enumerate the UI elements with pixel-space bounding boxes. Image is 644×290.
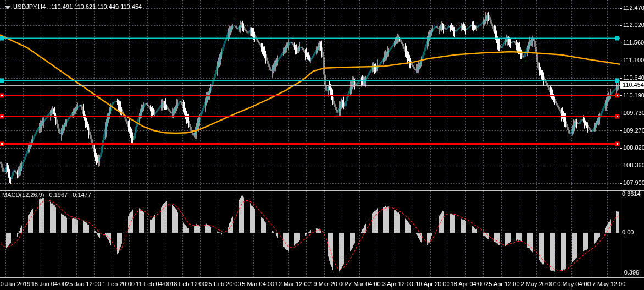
- time-axis-label: 11 Feb 04:00: [136, 281, 171, 287]
- macd-scale-min: -0.396: [622, 270, 639, 276]
- macd-name: MACD(12,26,9): [2, 191, 44, 198]
- macd-scale-max: 0.3614: [622, 191, 641, 197]
- macd-signal-value: 0.1477: [73, 191, 91, 198]
- price-axis-label: 108.820: [623, 145, 644, 151]
- time-axis-label: 17 May 12:00: [589, 281, 626, 287]
- time-axis-label: 3 Apr 12:00: [382, 281, 413, 287]
- time-axis-label: 18 Feb 12:00: [170, 281, 206, 287]
- ohlc-values: 110.491 110.621 110.449 110.454: [51, 3, 142, 10]
- price-axis-label: 111.560: [623, 40, 644, 46]
- chart-title: USDJPY,H4 110.491 110.621 110.449 110.45…: [13, 4, 142, 10]
- trading-chart-window: USDJPY,H4 110.491 110.621 110.449 110.45…: [0, 0, 644, 290]
- price-axis-label: 109.270: [623, 128, 644, 134]
- time-axis-label: 25 Apr 12:00: [485, 281, 519, 287]
- time-axis-label: 18 Jan 04:00: [31, 281, 66, 287]
- symbol-dropdown-icon[interactable]: [4, 6, 11, 9]
- current-price-box: 110.454: [620, 81, 644, 89]
- time-axis-label: 25 Jan 12:00: [66, 281, 101, 287]
- time-axis-label: 12 Mar 12:00: [275, 281, 311, 287]
- macd-indicator-label: MACD(12,26,9) 0.1967 0.1477: [2, 192, 95, 198]
- price-axis-label: 107.900: [623, 180, 644, 186]
- price-axis-label: 112.020: [623, 22, 644, 28]
- macd-main-value: 0.1967: [49, 191, 68, 198]
- time-axis-label: 5 Mar 04:00: [242, 281, 274, 287]
- symbol-period-label: USDJPY,H4: [13, 3, 46, 10]
- chart-canvas[interactable]: [0, 0, 644, 290]
- time-axis-label: 18 Apr 04:00: [451, 281, 485, 287]
- time-axis-label: 10 Jan 2019: [0, 281, 30, 287]
- time-axis-label: 2 May 20:00: [521, 281, 554, 287]
- price-axis-label: 111.100: [623, 57, 644, 63]
- macd-scale-zero: 0.00: [622, 229, 634, 236]
- price-axis-label: 110.640: [623, 75, 644, 81]
- time-axis-label: 10 Apr 20:00: [415, 281, 449, 287]
- price-axis-label: 109.730: [623, 110, 644, 116]
- time-axis-label: 10 May 04:00: [554, 281, 591, 287]
- time-axis-label: 19 Mar 20:00: [310, 281, 346, 287]
- price-axis-label: 108.360: [623, 162, 644, 168]
- time-axis-label: 25 Feb 20:00: [206, 281, 241, 287]
- price-axis-label: 112.470: [623, 5, 644, 11]
- time-axis-label: 27 Mar 04:00: [345, 281, 381, 287]
- price-axis-label: 110.190: [623, 92, 644, 99]
- time-axis-label: 1 Feb 20:00: [102, 281, 135, 287]
